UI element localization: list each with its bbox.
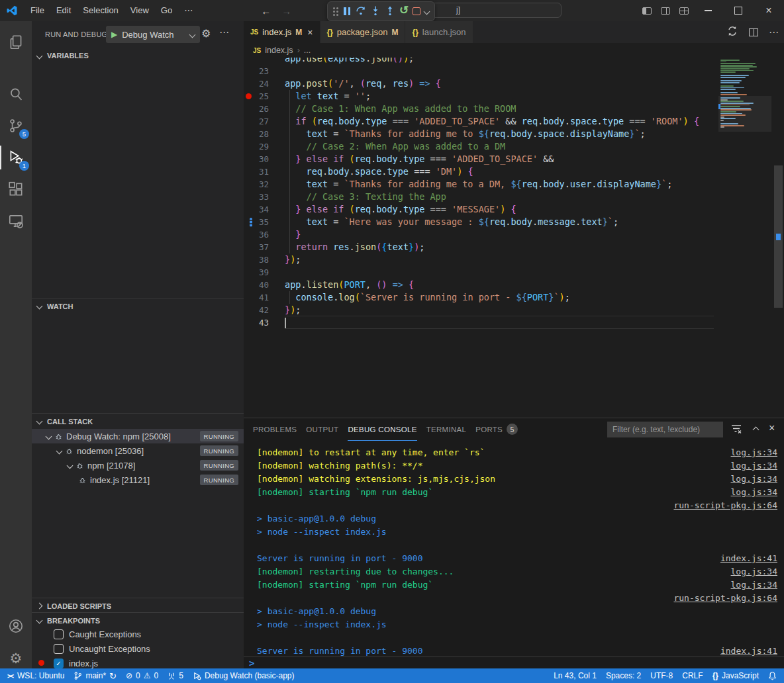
source-link[interactable]: log.js:34 xyxy=(731,578,777,592)
code-editor[interactable]: 2324252627282930313233343536373839404142… xyxy=(244,58,784,418)
sidebar-item-remote-explorer[interactable] xyxy=(0,205,32,237)
customize-layout-icon[interactable] xyxy=(679,7,689,15)
menu-selection[interactable]: Selection xyxy=(77,3,124,18)
code-line-29[interactable]: // Case 2: When App was added to a DM xyxy=(285,140,505,153)
code-line-42[interactable]: }); xyxy=(285,304,301,316)
open-changes-icon[interactable] xyxy=(726,25,738,39)
step-out-icon[interactable] xyxy=(385,5,395,18)
debug-session-indicator[interactable]: Debug Watch (basic-app) xyxy=(188,668,299,683)
drag-handle-icon[interactable] xyxy=(333,7,338,16)
code-line-27[interactable]: if (req.body.type === 'ADDED_TO_SPACE' &… xyxy=(285,115,699,128)
notifications-bell-icon[interactable] xyxy=(763,668,781,683)
breakpoint-dot[interactable] xyxy=(246,93,252,99)
sidebar-item-explorer[interactable] xyxy=(0,26,32,58)
source-link[interactable]: log.js:34 xyxy=(731,565,777,578)
debug-settings-gear-icon[interactable]: ⚙ xyxy=(201,28,211,39)
chevron-down-icon[interactable] xyxy=(56,447,63,454)
step-over-icon[interactable] xyxy=(356,5,366,18)
section-loaded-scripts[interactable]: LOADED SCRIPTS xyxy=(32,598,244,614)
panel-tab-ports[interactable]: PORTS5 xyxy=(475,419,518,441)
code-line-30[interactable]: } else if (req.body.type === 'ADDED_TO_S… xyxy=(285,153,554,165)
breakpoint-checkbox[interactable] xyxy=(54,644,64,654)
source-link[interactable]: log.js:34 xyxy=(731,459,777,473)
source-link[interactable]: index.js:41 xyxy=(720,645,777,658)
eol-sequence[interactable]: CRLF xyxy=(677,668,707,683)
close-panel-icon[interactable]: × xyxy=(769,422,775,434)
problems-indicator[interactable]: ⊘ 0 ⚠ 0 xyxy=(121,668,163,683)
maximize-panel-icon[interactable] xyxy=(753,427,760,433)
cursor-position[interactable]: Ln 43, Col 1 xyxy=(549,668,601,683)
code-line-41[interactable]: console.log(`Server is running in port -… xyxy=(285,291,570,304)
source-link[interactable]: run-script-pkg.js:64 xyxy=(673,499,777,512)
remote-indicator[interactable]: >< WSL: Ubuntu xyxy=(3,668,69,683)
restart-icon[interactable]: ↺ xyxy=(399,5,409,16)
breakpoint-checkbox[interactable] xyxy=(54,629,64,639)
code-line-36[interactable]: } xyxy=(285,228,301,241)
account-icon[interactable] xyxy=(0,610,32,642)
start-debug-icon[interactable]: ▶ xyxy=(111,30,117,39)
filter-icon[interactable] xyxy=(731,424,742,435)
code-line-35[interactable]: text = `Here was your message : ${req.bo… xyxy=(285,216,618,228)
more-actions-icon[interactable]: ⋯ xyxy=(769,26,779,38)
close-tab-icon[interactable]: × xyxy=(307,27,313,38)
split-editor-icon[interactable] xyxy=(749,28,758,36)
code-line-31[interactable]: req.body.space.type === 'DM') { xyxy=(285,165,473,178)
indentation[interactable]: Spaces: 2 xyxy=(601,668,646,683)
debug-console-input[interactable]: > xyxy=(244,657,784,670)
console-filter-input[interactable] xyxy=(607,422,723,437)
breakpoint-row[interactable]: Caught Exceptions xyxy=(32,627,266,641)
branch-indicator[interactable]: main* ↻ xyxy=(69,668,121,683)
minimap[interactable] xyxy=(718,58,771,418)
close-button[interactable]: × xyxy=(754,0,784,21)
source-link[interactable]: run-script-pkg.js:64 xyxy=(673,592,777,605)
code-line-38[interactable]: }); xyxy=(285,253,301,266)
minimize-button[interactable] xyxy=(693,0,723,21)
tab-launch.json[interactable]: {}launch.json xyxy=(405,21,473,43)
chevron-down-icon[interactable] xyxy=(46,433,52,439)
launch-config-dropdown[interactable]: ▶ Debug Watch xyxy=(106,26,200,43)
source-link[interactable]: log.js:34 xyxy=(731,446,777,459)
language-mode[interactable]: {} JavaScript xyxy=(708,668,763,683)
call-stack-row[interactable]: Debug Watch: npm [25008]RUNNING xyxy=(32,429,244,443)
code-line-32[interactable]: text = `Thanks for adding me to a DM, ${… xyxy=(285,178,672,191)
pause-icon[interactable] xyxy=(342,7,352,15)
source-link[interactable]: index.js:41 xyxy=(720,552,777,565)
step-into-icon[interactable] xyxy=(370,5,381,18)
code-line-33[interactable]: // Case 3: Texting the App xyxy=(285,191,446,203)
section-variables[interactable]: VARIABLES xyxy=(32,48,244,64)
sidebar-item-search[interactable] xyxy=(0,78,32,110)
breakpoint-row[interactable]: Uncaught Exceptions xyxy=(32,641,266,656)
sync-icon[interactable]: ↻ xyxy=(109,671,117,681)
maximize-button[interactable] xyxy=(723,0,754,21)
breadcrumb-more[interactable]: ... xyxy=(304,46,311,55)
sidebar-item-source-control[interactable]: 5 xyxy=(0,110,32,142)
menu-view[interactable]: View xyxy=(124,3,155,18)
panel-tab-output[interactable]: OUTPUT xyxy=(306,419,338,441)
code-line-28[interactable]: text = `Thanks for adding me to ${req.bo… xyxy=(285,128,646,140)
panel-tab-debug-console[interactable]: DEBUG CONSOLE xyxy=(348,419,416,441)
sidebar-item-run-and-debug[interactable]: 1 xyxy=(0,142,32,173)
panel-tab-terminal[interactable]: TERMINAL xyxy=(426,419,467,441)
code-line-37[interactable]: return res.json({text}); xyxy=(285,241,424,253)
call-stack-row[interactable]: index.js [21121]RUNNING xyxy=(32,473,244,487)
code-line-25[interactable]: let text = ''; xyxy=(285,90,371,103)
panel-tab-problems[interactable]: PROBLEMS xyxy=(253,419,297,441)
source-link[interactable]: log.js:34 xyxy=(731,486,777,499)
debug-toolbar-chevron-icon[interactable] xyxy=(424,8,430,15)
section-watch[interactable]: WATCH xyxy=(32,298,244,314)
source-link[interactable]: log.js:34 xyxy=(731,473,777,486)
sidebar-more-actions-icon[interactable]: ⋯ xyxy=(219,26,229,38)
toggle-sidebar-icon[interactable] xyxy=(642,7,652,15)
menu-go[interactable]: Go xyxy=(155,3,178,18)
encoding[interactable]: UTF-8 xyxy=(646,668,677,683)
tab-package.json[interactable]: {}package.jsonM xyxy=(320,21,406,43)
minimap-viewport[interactable] xyxy=(718,96,771,132)
breadcrumb-file[interactable]: index.js xyxy=(265,46,293,55)
breadcrumb[interactable]: JS index.js › ... xyxy=(244,43,784,58)
menu-file[interactable]: File xyxy=(24,3,50,18)
menu-more[interactable]: ⋯ xyxy=(178,3,199,18)
code-line-34[interactable]: } else if (req.body.type === 'MESSAGE') … xyxy=(285,203,516,216)
forward-arrow-icon[interactable]: → xyxy=(276,5,297,17)
menu-edit[interactable]: Edit xyxy=(50,3,77,18)
section-call-stack[interactable]: CALL STACK xyxy=(32,413,244,429)
